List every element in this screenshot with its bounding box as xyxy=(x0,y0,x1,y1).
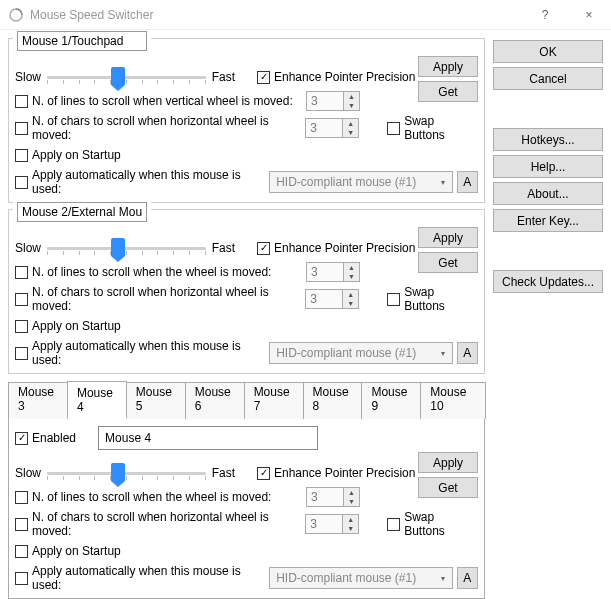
about-button[interactable]: About... xyxy=(493,182,603,205)
startup-label: Apply on Startup xyxy=(32,319,121,333)
mouse2-device-combo[interactable]: HID-compliant mouse (#1)▾ xyxy=(269,342,453,364)
tab-lines-spinner[interactable]: ▲▼ xyxy=(306,487,360,507)
mouse1-enhance-checkbox[interactable] xyxy=(257,71,270,84)
enhance-label: Enhance Pointer Precision xyxy=(274,70,415,84)
mouse1-swap-checkbox[interactable] xyxy=(387,122,400,135)
slow-label: Slow xyxy=(15,70,41,84)
tab-mouse5[interactable]: Mouse 5 xyxy=(126,382,186,419)
help-sidebar-button[interactable]: Help... xyxy=(493,155,603,178)
tab-enabled-checkbox[interactable] xyxy=(15,432,28,445)
cancel-button[interactable]: Cancel xyxy=(493,67,603,90)
tab-device-combo[interactable]: HID-compliant mouse (#1)▾ xyxy=(269,567,453,589)
ok-button[interactable]: OK xyxy=(493,40,603,63)
auto-label: Apply automatically when this mouse is u… xyxy=(32,564,265,592)
mouse1-get-button[interactable]: Get xyxy=(418,81,478,102)
mouse1-name-input[interactable] xyxy=(17,31,147,51)
mouse1-vlines-spinner[interactable]: ▲▼ xyxy=(306,91,360,111)
vlines-label: N. of lines to scroll when vertical whee… xyxy=(32,94,302,108)
fast-label: Fast xyxy=(212,70,235,84)
slow-label: Slow xyxy=(15,466,41,480)
titlebar: Mouse Speed Switcher ? × xyxy=(0,0,611,30)
tab-enhance-checkbox[interactable] xyxy=(257,467,270,480)
lines-label: N. of lines to scroll when the wheel is … xyxy=(32,265,302,279)
mouse1-vlines-checkbox[interactable] xyxy=(15,95,28,108)
mouse2-a-button[interactable]: A xyxy=(457,342,478,364)
startup-label: Apply on Startup xyxy=(32,544,121,558)
swap-label: Swap Buttons xyxy=(404,114,478,142)
startup-label: Apply on Startup xyxy=(32,148,121,162)
hchars-label: N. of chars to scroll when horizontal wh… xyxy=(32,510,301,538)
close-button[interactable]: × xyxy=(567,0,611,30)
tab-startup-checkbox[interactable] xyxy=(15,545,28,558)
mouse2-enhance-checkbox[interactable] xyxy=(257,242,270,255)
check-updates-button[interactable]: Check Updates... xyxy=(493,270,603,293)
mouse2-name-input[interactable] xyxy=(17,202,147,222)
window-title: Mouse Speed Switcher xyxy=(30,8,523,22)
enterkey-button[interactable]: Enter Key... xyxy=(493,209,603,232)
tab-mouse6[interactable]: Mouse 6 xyxy=(185,382,245,419)
help-button[interactable]: ? xyxy=(523,0,567,30)
mouse2-swap-checkbox[interactable] xyxy=(387,293,400,306)
tab-mouse4[interactable]: Mouse 4 xyxy=(67,381,127,418)
slow-label: Slow xyxy=(15,241,41,255)
mouse2-apply-button[interactable]: Apply xyxy=(418,227,478,248)
mouse2-speed-slider[interactable] xyxy=(47,237,206,259)
extra-mice-tabs: Mouse 3 Mouse 4 Mouse 5 Mouse 6 Mouse 7 … xyxy=(8,380,485,599)
enabled-label: Enabled xyxy=(32,431,76,445)
mouse1-hchars-checkbox[interactable] xyxy=(15,122,28,135)
hchars-label: N. of chars to scroll when horizontal wh… xyxy=(32,285,301,313)
fast-label: Fast xyxy=(212,241,235,255)
sidebar: OK Cancel Hotkeys... Help... About... En… xyxy=(493,38,603,599)
mouse2-lines-checkbox[interactable] xyxy=(15,266,28,279)
tab-mouse8[interactable]: Mouse 8 xyxy=(303,382,363,419)
enhance-label: Enhance Pointer Precision xyxy=(274,241,415,255)
swap-label: Swap Buttons xyxy=(404,510,478,538)
mouse1-device-combo[interactable]: HID-compliant mouse (#1)▾ xyxy=(269,171,453,193)
tab-name-input[interactable] xyxy=(98,426,318,450)
tab-lines-checkbox[interactable] xyxy=(15,491,28,504)
tab-mouse7[interactable]: Mouse 7 xyxy=(244,382,304,419)
tab-hchars-checkbox[interactable] xyxy=(15,518,28,531)
mouse2-get-button[interactable]: Get xyxy=(418,252,478,273)
hchars-label: N. of chars to scroll when horizontal wh… xyxy=(32,114,301,142)
tab-mouse9[interactable]: Mouse 9 xyxy=(361,382,421,419)
mouse2-hchars-checkbox[interactable] xyxy=(15,293,28,306)
auto-label: Apply automatically when this mouse is u… xyxy=(32,339,265,367)
mouse1-speed-slider[interactable] xyxy=(47,66,206,88)
mouse2-group: Apply Get Slow Fast Enhance Pointer Prec… xyxy=(8,209,485,374)
mouse2-auto-checkbox[interactable] xyxy=(15,347,28,360)
mouse1-auto-checkbox[interactable] xyxy=(15,176,28,189)
mouse1-a-button[interactable]: A xyxy=(457,171,478,193)
tab-mouse10[interactable]: Mouse 10 xyxy=(420,382,486,419)
tab-swap-checkbox[interactable] xyxy=(387,518,400,531)
tab-speed-slider[interactable] xyxy=(47,462,206,484)
mouse2-lines-spinner[interactable]: ▲▼ xyxy=(306,262,360,282)
tab-a-button[interactable]: A xyxy=(457,567,478,589)
mouse1-group: Apply Get Slow Fast Enhance Pointer Prec… xyxy=(8,38,485,203)
mouse2-startup-checkbox[interactable] xyxy=(15,320,28,333)
mouse1-apply-button[interactable]: Apply xyxy=(418,56,478,77)
tab-get-button[interactable]: Get xyxy=(418,477,478,498)
swap-label: Swap Buttons xyxy=(404,285,478,313)
tab-auto-checkbox[interactable] xyxy=(15,572,28,585)
tab-hchars-spinner[interactable]: ▲▼ xyxy=(305,514,359,534)
app-icon xyxy=(8,7,24,23)
mouse1-startup-checkbox[interactable] xyxy=(15,149,28,162)
lines-label: N. of lines to scroll when the wheel is … xyxy=(32,490,302,504)
fast-label: Fast xyxy=(212,466,235,480)
enhance-label: Enhance Pointer Precision xyxy=(274,466,415,480)
mouse2-hchars-spinner[interactable]: ▲▼ xyxy=(305,289,359,309)
hotkeys-button[interactable]: Hotkeys... xyxy=(493,128,603,151)
tab-mouse3[interactable]: Mouse 3 xyxy=(8,382,68,419)
mouse1-hchars-spinner[interactable]: ▲▼ xyxy=(305,118,359,138)
auto-label: Apply automatically when this mouse is u… xyxy=(32,168,265,196)
tab-apply-button[interactable]: Apply xyxy=(418,452,478,473)
